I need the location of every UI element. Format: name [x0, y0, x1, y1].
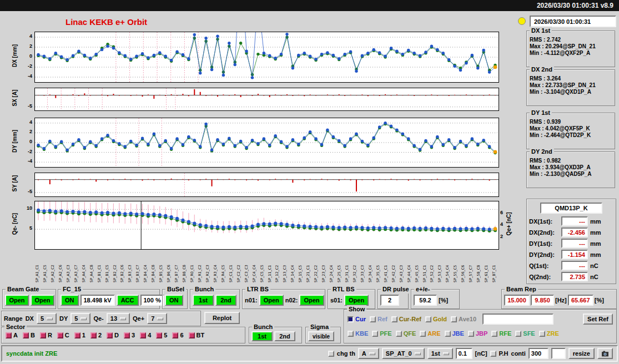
show-toggle-ref[interactable]: Ref	[370, 316, 387, 322]
show-toggle-are[interactable]: ARE	[420, 330, 440, 337]
sector-toggle-5[interactable]: 5	[156, 332, 167, 338]
sector-toggle-c[interactable]: C	[57, 332, 69, 338]
sector-checkbox[interactable]	[140, 332, 146, 338]
show-toggle-ave10[interactable]: Ave10	[451, 316, 476, 322]
bpm-label: SP_55_C5	[454, 250, 457, 282]
sector-toggle-bt[interactable]: BT	[189, 332, 205, 338]
show-label: JBE	[452, 330, 464, 337]
bunch-2nd-button[interactable]: 2nd	[215, 295, 236, 306]
rtl-s01-open-button[interactable]: Open	[344, 295, 369, 306]
sector-toggle-3[interactable]: 3	[124, 332, 135, 338]
show-group-label: Show	[347, 305, 366, 314]
sector-checkbox[interactable]	[156, 332, 162, 338]
sector-toggle-d[interactable]: D	[107, 332, 119, 338]
bunch-filter-1st-button[interactable]: 1st	[251, 331, 273, 341]
show-checkbox[interactable]	[425, 316, 431, 322]
sector-toggle-4[interactable]: 4	[140, 332, 151, 338]
sector-checkbox[interactable]	[40, 332, 46, 338]
titlebar: 2026/03/30 01:00:31 v8.9	[0, 0, 619, 11]
set-ref-button[interactable]: Set Ref	[583, 314, 613, 325]
show-label: Cur	[355, 316, 366, 322]
sector-toggle-2[interactable]: 2	[90, 332, 102, 338]
beam-gate-open-2-button[interactable]: Open	[31, 295, 54, 306]
sector-checkbox[interactable]	[90, 332, 97, 338]
show-checkbox[interactable]	[451, 316, 457, 322]
show-checkbox[interactable]	[348, 316, 354, 322]
sp-at-select[interactable]: SP_AT_0	[382, 348, 425, 359]
show-toggle-gold[interactable]: Gold	[425, 316, 447, 322]
sector-checkbox[interactable]	[172, 332, 178, 338]
show-toggle-sfe[interactable]: SFE	[515, 330, 535, 337]
threshold-input[interactable]	[456, 348, 472, 359]
show-toggle-pfe[interactable]: PFE	[372, 330, 391, 337]
show-checkbox[interactable]	[445, 331, 451, 337]
range-dx-select[interactable]: 5	[37, 313, 57, 324]
show-label: Ave10	[459, 316, 476, 322]
range-dx-label: DX	[26, 315, 34, 322]
chg-th-checkbox[interactable]	[328, 351, 334, 357]
show-toggle-kbe[interactable]: KBE	[348, 330, 368, 337]
show-toggle-jbp[interactable]: JBP	[468, 330, 487, 337]
ltr-n01-open-button[interactable]: Open	[259, 295, 284, 306]
chg-th-label: chg th	[337, 350, 355, 357]
axis-tick: 10	[20, 205, 32, 211]
sector-toggle-r[interactable]: R	[40, 332, 52, 338]
show-checkbox[interactable]	[468, 331, 474, 337]
sigma-visible-toggle[interactable]: visible	[308, 331, 334, 341]
show-checkbox[interactable]	[491, 331, 497, 337]
count-input[interactable]	[529, 348, 548, 359]
sector-checkbox[interactable]	[57, 332, 63, 338]
show-toggle-cur[interactable]: Cur	[348, 316, 366, 322]
resize-button[interactable]: resize	[568, 348, 595, 359]
show-checkbox[interactable]	[372, 331, 378, 337]
replot-button[interactable]: Replot	[204, 312, 240, 324]
monitor-name-field[interactable]: QMD13P_K	[540, 203, 602, 214]
axis-tick: 4	[20, 33, 32, 39]
show-toggle-zre[interactable]: ZRE	[539, 330, 559, 337]
show-toggle-qfe[interactable]: QFE	[396, 330, 416, 337]
bpm-label: SP_15_C5	[299, 250, 303, 282]
show-checkbox[interactable]	[539, 331, 545, 337]
sector-toggle-6[interactable]: 6	[172, 332, 183, 338]
show-toggle-jbe[interactable]: JBE	[445, 330, 464, 337]
bunch-select[interactable]: 1st	[427, 348, 453, 359]
show-checkbox[interactable]	[396, 331, 402, 337]
sector-checkbox[interactable]	[107, 332, 113, 338]
camera-button[interactable]	[597, 348, 613, 359]
range-qem-select[interactable]: 13	[107, 313, 130, 324]
show-checkbox[interactable]	[420, 331, 426, 337]
range-dy-select[interactable]: 5	[71, 313, 90, 324]
bunch-1st-button[interactable]: 1st	[193, 295, 214, 306]
sector-toggle-b[interactable]: B	[23, 332, 35, 338]
sector-checkbox[interactable]	[6, 332, 12, 338]
show-toggle-cur-ref[interactable]: Cur-Ref	[391, 316, 421, 322]
show-checkbox[interactable]	[391, 316, 397, 322]
bunch-filter-2nd-button[interactable]: 2nd	[274, 331, 295, 341]
axis-tick: 2	[20, 129, 32, 134]
channel-select[interactable]: A	[358, 348, 379, 359]
aux-input[interactable]	[551, 348, 566, 359]
ltr-n02-open-button[interactable]: Open	[299, 295, 324, 306]
beam-gate-open-1-button[interactable]: Open	[5, 295, 29, 306]
show-checkbox[interactable]	[515, 331, 521, 337]
fc15-acc-button[interactable]: ACC	[117, 295, 139, 306]
fc15-on-button[interactable]: ON	[61, 295, 79, 306]
sector-toggle-1[interactable]: 1	[74, 332, 85, 338]
show-label: ARE	[427, 330, 440, 337]
show-label: ZRE	[547, 330, 559, 337]
sector-checkbox[interactable]	[124, 332, 130, 338]
sector-checkbox[interactable]	[189, 332, 195, 338]
ph-checkbox[interactable]	[490, 351, 496, 357]
bpm-label: SP_A1_C1	[36, 250, 39, 282]
show-checkbox[interactable]	[370, 316, 376, 322]
sector-checkbox[interactable]	[74, 332, 80, 338]
busel-on-button[interactable]: ON	[165, 295, 183, 306]
show-checkbox[interactable]	[348, 331, 354, 337]
bpm-label: SP_R4_C5	[222, 250, 225, 282]
show-toggle-rfe[interactable]: RFE	[491, 330, 511, 337]
camera-icon	[602, 350, 608, 357]
sector-checkbox[interactable]	[23, 332, 29, 338]
range-qep-select[interactable]: 7	[147, 313, 167, 324]
sector-toggle-a[interactable]: A	[6, 332, 18, 338]
ref-name-input[interactable]	[482, 314, 553, 325]
